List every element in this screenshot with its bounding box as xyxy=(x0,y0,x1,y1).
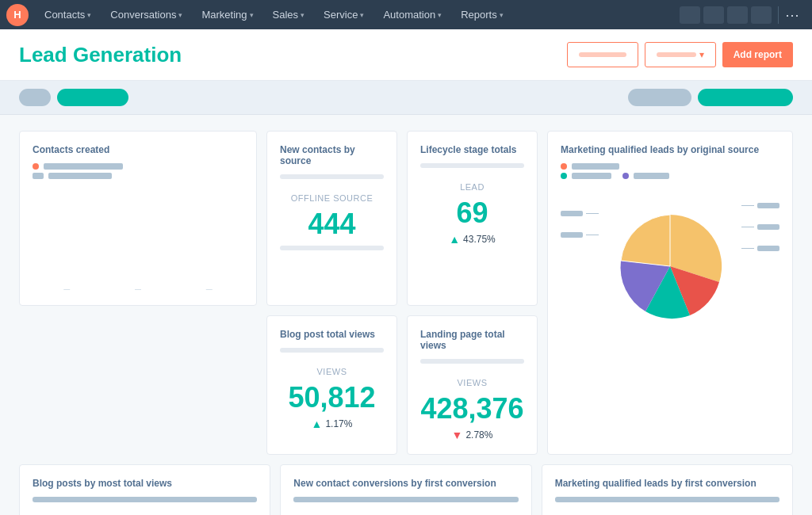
lifecycle-number: 69 xyxy=(420,196,524,230)
bar-chart xyxy=(33,189,243,284)
bottom-card-2: New contact conversions by first convers… xyxy=(280,464,531,515)
contacts-created-title: Contacts created xyxy=(33,144,243,155)
legend-row-1 xyxy=(33,163,243,170)
lifecycle-bar xyxy=(420,163,524,168)
blog-views-label: VIEWS xyxy=(280,367,384,376)
filter-button[interactable]: ▾ xyxy=(645,42,716,67)
filter-pill-1 xyxy=(19,89,51,106)
bottom-bar-2 xyxy=(293,497,518,502)
nav-profile-icon[interactable] xyxy=(751,6,772,24)
bottom-card-3-title: Marketing qualified leads by first conve… xyxy=(555,478,779,489)
chevron-down-icon: ▾ xyxy=(360,11,364,19)
nav-settings-icon[interactable] xyxy=(727,6,748,24)
nav-reports[interactable]: Reports ▾ xyxy=(453,0,511,29)
chevron-down-icon: ▾ xyxy=(178,11,182,19)
legend-bar-2 xyxy=(48,173,112,179)
mql-dot-3 xyxy=(622,173,629,179)
filter-left xyxy=(19,89,128,106)
landing-card: Landing page total views VIEWS 428,376 ▼… xyxy=(407,315,538,455)
pie-chart-container xyxy=(561,187,779,345)
navbar: H Contacts ▾ Conversations ▾ Marketing ▾… xyxy=(0,0,812,29)
header-actions: ▾ Add report xyxy=(567,42,793,67)
new-contacts-title: New contacts by source xyxy=(280,144,384,166)
landing-views-label: VIEWS xyxy=(420,378,524,387)
dashboard-grid: Contacts created — — — New contacts by s… xyxy=(19,131,793,455)
legend-bar-1 xyxy=(44,163,123,170)
pie-chart-svg xyxy=(611,207,730,326)
chevron-down-icon: ▾ xyxy=(500,11,504,19)
landing-change-value: 2.78% xyxy=(465,429,492,441)
filter-pill-3 xyxy=(628,89,691,106)
source-label: OFFLINE SOURCE xyxy=(280,193,384,203)
nav-divider xyxy=(778,6,779,24)
pie-label-left-1 xyxy=(561,211,599,216)
nav-help-icon[interactable] xyxy=(703,6,724,24)
new-contacts-bar xyxy=(280,174,384,179)
landing-bar xyxy=(420,359,524,364)
page-header: Lead Generation ▾ Add report xyxy=(0,29,812,81)
arrow-down-icon: ▼ xyxy=(452,429,463,441)
lifecycle-change: ▲ 43.75% xyxy=(420,233,524,246)
landing-title: Landing page total views xyxy=(420,329,524,351)
lifecycle-change-value: 43.75% xyxy=(463,234,496,245)
x-axis-labels: — — — xyxy=(33,285,243,292)
mql-legend xyxy=(561,163,779,179)
blog-number: 50,812 xyxy=(280,381,384,414)
chevron-down-icon: ▾ xyxy=(250,11,254,19)
blog-bar xyxy=(280,348,384,353)
blog-change: ▲ 1.17% xyxy=(280,418,384,430)
contacts-created-card: Contacts created — — — xyxy=(19,131,257,306)
landing-change: ▼ 2.78% xyxy=(420,429,524,441)
filter-pill-2 xyxy=(57,89,128,106)
bottom-card-2-title: New contact conversions by first convers… xyxy=(293,478,518,489)
pie-label-right-3 xyxy=(741,246,779,251)
chevron-down-icon: ▾ xyxy=(438,11,442,19)
nav-search-icon[interactable] xyxy=(680,6,700,24)
hubspot-logo[interactable]: H xyxy=(6,4,29,26)
pie-label-right-1 xyxy=(741,203,779,208)
mql-legend-row-2 xyxy=(561,173,779,179)
bottom-card-3: Marketing qualified leads by first conve… xyxy=(542,464,793,515)
mql-card: Marketing qualified leads by original so… xyxy=(547,131,793,455)
filter-pill-4 xyxy=(698,89,793,106)
nav-contacts[interactable]: Contacts ▾ xyxy=(36,0,99,29)
page-title: Lead Generation xyxy=(19,43,182,67)
blog-change-value: 1.17% xyxy=(325,418,352,429)
bottom-grid: Blog posts by most total views New conta… xyxy=(19,464,793,515)
pie-label-left-2 xyxy=(561,232,599,238)
blog-title: Blog post total views xyxy=(280,329,384,340)
nav-automation[interactable]: Automation ▾ xyxy=(375,0,450,29)
new-contacts-number: 444 xyxy=(280,208,384,241)
legend-dot-red xyxy=(33,163,39,170)
date-range-button[interactable] xyxy=(567,42,638,67)
landing-number: 428,376 xyxy=(420,392,524,425)
mql-legend-row-1 xyxy=(561,163,779,170)
mql-title: Marketing qualified leads by original so… xyxy=(561,144,779,155)
nav-service[interactable]: Service ▾ xyxy=(316,0,372,29)
pie-label-right-2 xyxy=(741,224,779,230)
mql-bar-1 xyxy=(572,163,619,170)
bottom-card-1: Blog posts by most total views xyxy=(19,464,270,515)
mql-dot-1 xyxy=(561,163,567,170)
mql-bar-3 xyxy=(634,173,669,179)
mql-dot-2 xyxy=(561,173,567,179)
filter-right xyxy=(628,89,793,106)
lifecycle-stage-label: LEAD xyxy=(420,182,524,192)
nav-marketing[interactable]: Marketing ▾ xyxy=(193,0,261,29)
bottom-bar-3 xyxy=(555,497,779,502)
new-contacts-sub-bar xyxy=(280,246,384,250)
legend-row-2 xyxy=(33,173,243,179)
chevron-down-icon: ▾ xyxy=(87,11,91,19)
filter-bar xyxy=(0,81,812,115)
nav-more-icon[interactable]: ⋯ xyxy=(785,8,799,22)
lifecycle-title: Lifecycle stage totals xyxy=(420,144,524,155)
pie-labels-left xyxy=(561,211,599,238)
bottom-card-1-title: Blog posts by most total views xyxy=(33,478,257,489)
nav-sales[interactable]: Sales ▾ xyxy=(265,0,313,29)
add-report-button[interactable]: Add report xyxy=(722,42,793,67)
arrow-up-icon: ▲ xyxy=(449,233,460,246)
main-content: Contacts created — — — New contacts by s… xyxy=(0,115,812,515)
chevron-down-icon: ▾ xyxy=(699,49,704,60)
nav-conversations[interactable]: Conversations ▾ xyxy=(102,0,190,29)
lifecycle-card: Lifecycle stage totals LEAD 69 ▲ 43.75% xyxy=(407,131,538,306)
